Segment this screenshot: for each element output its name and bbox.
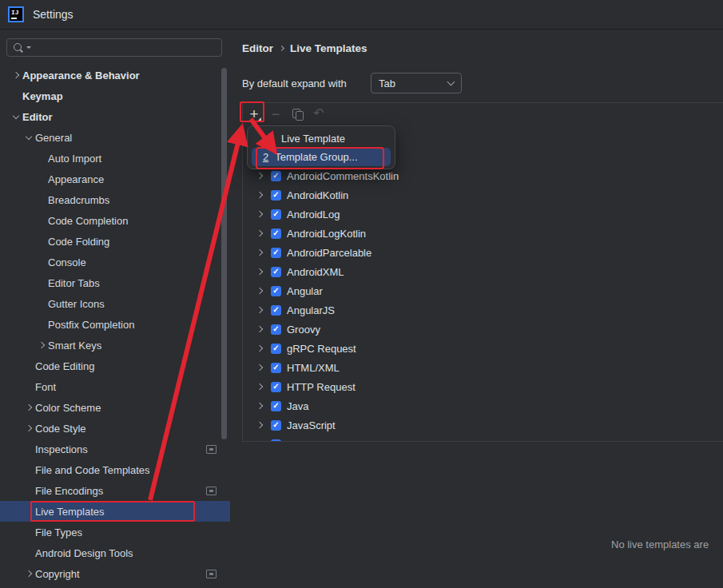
checkbox-checked[interactable] — [271, 248, 281, 258]
chevron-right-icon[interactable] — [22, 422, 35, 435]
template-group-androidparcelable[interactable]: AndroidParcelable — [243, 243, 723, 262]
checkbox-checked[interactable] — [271, 363, 281, 373]
sidebar-item-keymap[interactable]: Keymap — [0, 85, 230, 106]
checkbox-checked[interactable] — [271, 382, 281, 392]
chevron-right-icon[interactable] — [253, 169, 266, 182]
sidebar-item-appearance[interactable]: Appearance — [0, 169, 230, 189]
chevron-right-icon[interactable] — [10, 69, 22, 81]
sidebar-item-gutter-icons[interactable]: Gutter Icons — [0, 293, 230, 314]
chevron-down-icon[interactable] — [22, 131, 35, 144]
checkbox-checked[interactable] — [271, 401, 281, 411]
chevron-right-icon[interactable] — [22, 401, 35, 414]
checkbox-checked[interactable] — [271, 209, 281, 220]
chevron-right-icon[interactable] — [253, 342, 266, 355]
sidebar-item-breadcrumbs[interactable]: Breadcrumbs — [0, 189, 230, 210]
sidebar-item-color-scheme[interactable]: Color Scheme — [0, 397, 230, 418]
template-group-androidlog[interactable]: AndroidLog — [243, 205, 723, 224]
sidebar-item-editor[interactable]: Editor — [0, 106, 230, 127]
template-group-androidlogkotlin[interactable]: AndroidLogKotlin — [243, 224, 723, 243]
chevron-right-icon[interactable] — [253, 284, 266, 297]
chevron-right-icon[interactable] — [253, 246, 266, 259]
breadcrumb-live-templates[interactable]: Live Templates — [290, 42, 367, 54]
sidebar-item-code-completion[interactable]: Code Completion — [0, 210, 230, 231]
template-group-label: Java — [287, 400, 308, 412]
template-group-java[interactable]: Java — [243, 396, 723, 415]
sidebar-scrollbar-thumb[interactable] — [221, 68, 227, 439]
sidebar-item-editor-tabs[interactable]: Editor Tabs — [0, 272, 230, 293]
checkbox-checked[interactable] — [271, 305, 281, 316]
sidebar-item-inspections[interactable]: Inspections — [0, 439, 230, 459]
template-group-groovy[interactable]: Groovy — [243, 320, 723, 339]
chevron-spacer — [35, 235, 48, 248]
sidebar-item-font[interactable]: Font — [0, 376, 230, 397]
menu-item-template-group[interactable]: 2 Template Group... — [252, 148, 391, 166]
sidebar-item-file-encodings[interactable]: File Encodings — [0, 480, 230, 501]
chevron-right-icon — [279, 46, 284, 51]
template-group-androidkotlin[interactable]: AndroidKotlin — [243, 185, 723, 205]
sidebar-item-general[interactable]: General — [0, 127, 230, 148]
chevron-glyph — [13, 72, 19, 78]
checkbox-checked[interactable] — [271, 190, 281, 201]
checkbox-checked[interactable] — [271, 324, 281, 335]
checkbox-checked[interactable] — [271, 344, 281, 354]
sidebar-item-smart-keys[interactable]: Smart Keys — [0, 335, 230, 356]
template-group-html-xml[interactable]: HTML/XML — [243, 358, 723, 377]
sidebar-item-copyright[interactable]: Copyright — [0, 563, 230, 584]
sidebar-item-code-folding[interactable]: Code Folding — [0, 231, 230, 252]
template-group-angularjs[interactable]: AngularJS — [243, 300, 723, 320]
breadcrumb-editor[interactable]: Editor — [242, 42, 273, 54]
template-group-androidxml[interactable]: AndroidXML — [243, 262, 723, 281]
add-button[interactable]: + — [245, 105, 263, 123]
settings-search[interactable] — [6, 38, 222, 57]
template-group-javascript[interactable]: JavaScript — [243, 415, 723, 435]
sidebar-item-file-and-code-templates[interactable]: File and Code Templates — [0, 459, 230, 480]
sidebar-item-code-editing[interactable]: Code Editing — [0, 356, 230, 376]
chevron-right-icon[interactable] — [253, 419, 266, 431]
chevron-right-icon[interactable] — [253, 399, 266, 412]
template-group-http-request[interactable]: HTTP Request — [243, 377, 723, 396]
chevron-glyph — [256, 268, 263, 275]
template-group-label: AndroidLog — [287, 209, 340, 220]
checkbox-checked[interactable] — [271, 267, 281, 277]
expand-with-select[interactable]: Tab — [371, 73, 462, 93]
chevron-right-icon[interactable] — [22, 567, 35, 580]
sidebar-item-live-templates[interactable]: Live Templates — [0, 501, 230, 522]
chevron-spacer — [22, 505, 35, 518]
chevron-right-icon[interactable] — [253, 189, 266, 201]
chevron-spacer — [22, 526, 35, 538]
chevron-right-icon[interactable] — [253, 323, 266, 336]
search-input[interactable] — [31, 42, 221, 54]
chevron-down-icon[interactable] — [10, 110, 22, 123]
checkbox-checked[interactable] — [271, 420, 281, 431]
chevron-right-icon[interactable] — [253, 304, 266, 316]
chevron-right-icon[interactable] — [35, 339, 48, 352]
template-group-grpc-request[interactable]: gRPC Request — [243, 339, 723, 358]
project-level-icon — [206, 445, 217, 454]
chevron-right-icon[interactable] — [253, 361, 266, 374]
template-group-tree: AndroidCommentsKotlinAndroidKotlinAndroi… — [243, 166, 723, 442]
checkbox-checked[interactable] — [271, 439, 281, 443]
chevron-right-icon[interactable] — [253, 380, 266, 393]
template-group-javascript-testing[interactable]: JavaScript Testing — [243, 435, 723, 442]
chevron-right-icon[interactable] — [253, 227, 266, 240]
sidebar-item-auto-import[interactable]: Auto Import — [0, 148, 230, 169]
chevron-right-icon[interactable] — [253, 208, 266, 220]
restore-button[interactable]: ↶ — [310, 105, 328, 123]
checkbox-checked[interactable] — [271, 228, 281, 239]
menu-item-live-template[interactable]: Live Template — [252, 129, 391, 148]
chevron-right-icon[interactable] — [253, 265, 266, 278]
sidebar-item-postfix-completion[interactable]: Postfix Completion — [0, 314, 230, 335]
duplicate-button[interactable] — [288, 105, 306, 123]
checkbox-checked[interactable] — [271, 171, 281, 181]
sidebar-item-android-design-tools[interactable]: Android Design Tools — [0, 542, 230, 563]
sidebar-item-code-style[interactable]: Code Style — [0, 418, 230, 439]
sidebar-item-file-types[interactable]: File Types — [0, 522, 230, 542]
checkbox-checked[interactable] — [271, 286, 281, 296]
empty-state-text: No live templates are — [611, 538, 709, 550]
remove-button[interactable]: − — [267, 105, 284, 123]
template-group-angular[interactable]: Angular — [243, 281, 723, 300]
chevron-right-icon[interactable] — [253, 438, 266, 442]
sidebar-item-label: File Types — [35, 526, 82, 538]
sidebar-item-appearance-behavior[interactable]: Appearance & Behavior — [0, 65, 230, 85]
sidebar-item-console[interactable]: Console — [0, 252, 230, 272]
